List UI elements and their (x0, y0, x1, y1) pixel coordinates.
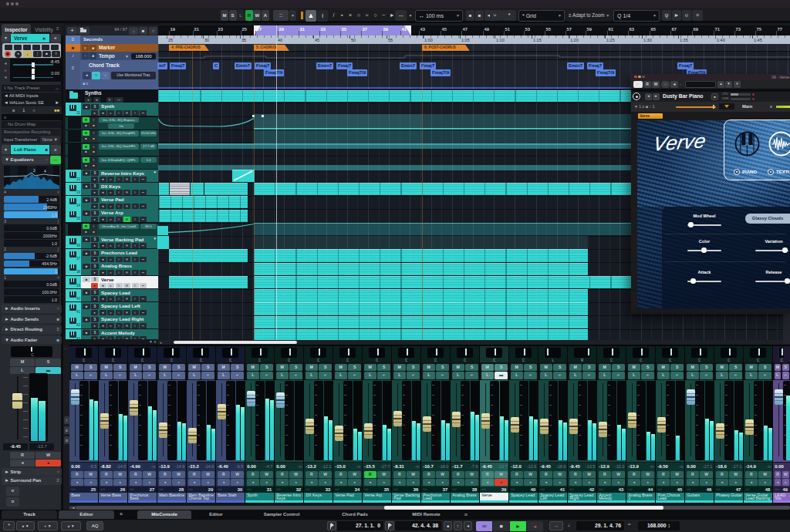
svg-text:2: 2 (33, 168, 35, 173)
svg-text:Verve: Verve (651, 130, 707, 156)
svg-text:4: 4 (44, 169, 46, 173)
